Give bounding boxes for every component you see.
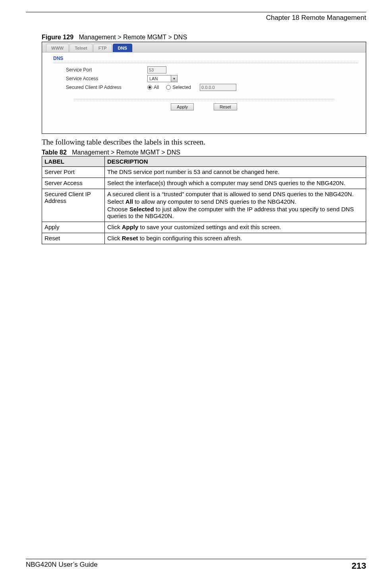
tab-dns[interactable]: DNS — [113, 44, 132, 52]
form-area: Service Port Service Access LAN ▼ Secure… — [42, 63, 366, 92]
reset-button[interactable]: Reset — [214, 103, 237, 110]
table-row: Secured Client IP AddressA secured clien… — [42, 189, 366, 222]
table-row: ResetClick Reset to begin configuring th… — [42, 233, 366, 244]
row-service-port: Service Port — [66, 66, 366, 74]
dotted-separator — [74, 99, 334, 99]
label-service-access: Service Access — [66, 76, 147, 81]
table-cell-label: Server Port — [42, 167, 105, 178]
table-cell-label: Apply — [42, 222, 105, 233]
table-row: ApplyClick Apply to save your customized… — [42, 222, 366, 233]
table-cell-label: Server Access — [42, 178, 105, 189]
table-caption: Table 82 Management > Remote MGMT > DNS — [42, 149, 366, 156]
radio-selected-label: Selected — [172, 85, 191, 90]
radio-all[interactable] — [147, 85, 152, 90]
service-access-select[interactable]: LAN ▼ — [147, 75, 178, 82]
screenshot-figure: WWW Telnet FTP DNS DNS Service Port Serv… — [42, 42, 366, 134]
button-row: Apply Reset — [42, 103, 366, 110]
table-header-description: DESCRIPTION — [105, 156, 366, 167]
table-row: Server PortThe DNS service port number i… — [42, 167, 366, 178]
tab-www[interactable]: WWW — [46, 44, 69, 52]
description-paragraph: The DNS service port number is 53 and ca… — [107, 168, 363, 175]
footer-guide: NBG420N User’s Guide — [26, 561, 98, 571]
secured-ip-input[interactable] — [200, 84, 236, 91]
table-row: Server AccessSelect the interface(s) thr… — [42, 178, 366, 189]
table-cell-description: Click Apply to save your customized sett… — [105, 222, 366, 233]
table-cell-label: Reset — [42, 233, 105, 244]
panel-title: DNS — [42, 52, 366, 63]
service-access-value: LAN — [148, 76, 171, 81]
description-paragraph: A secured client is a “trusted” computer… — [107, 191, 363, 197]
description-paragraph: Select All to allow any computer to send… — [107, 198, 363, 205]
tab-bar: WWW Telnet FTP DNS — [42, 42, 366, 52]
tab-telnet[interactable]: Telnet — [70, 44, 93, 52]
description-paragraph: Choose Selected to just allow the comput… — [107, 206, 363, 219]
radio-selected[interactable] — [166, 85, 171, 90]
description-paragraph: Click Apply to save your customized sett… — [107, 224, 363, 230]
table-cell-description: A secured client is a “trusted” computer… — [105, 189, 366, 222]
table-label: Table 82 — [42, 149, 67, 156]
service-port-input[interactable] — [147, 66, 166, 73]
table-cell-description: Select the interface(s) through which a … — [105, 178, 366, 189]
figure-label: Figure 129 — [42, 34, 73, 41]
row-secured-ip: Secured Client IP Address All Selected — [66, 83, 366, 92]
header-rule — [26, 12, 366, 12]
table-cell-description: The DNS service port number is 53 and ca… — [105, 167, 366, 178]
apply-button[interactable]: Apply — [171, 103, 194, 110]
description-paragraph: Click Reset to begin configuring this sc… — [107, 235, 363, 241]
chapter-title: Chapter 18 Remote Management — [26, 14, 366, 22]
body-text: The following table describes the labels… — [42, 138, 366, 147]
tab-ftp[interactable]: FTP — [93, 44, 112, 52]
label-service-port: Service Port — [66, 67, 147, 73]
page-number: 213 — [351, 561, 366, 571]
figure-caption: Figure 129 Management > Remote MGMT > DN… — [42, 34, 366, 41]
footer-rule — [26, 559, 366, 559]
table-header-label: LABEL — [42, 156, 105, 167]
table-cell-description: Click Reset to begin configuring this sc… — [105, 233, 366, 244]
description-paragraph: Select the interface(s) through which a … — [107, 180, 363, 186]
chevron-down-icon: ▼ — [171, 75, 177, 82]
description-table: LABEL DESCRIPTION Server PortThe DNS ser… — [42, 156, 366, 244]
radio-all-label: All — [154, 85, 159, 90]
row-service-access: Service Access LAN ▼ — [66, 74, 366, 83]
footer: NBG420N User’s Guide 213 — [26, 559, 366, 571]
table-cell-label: Secured Client IP Address — [42, 189, 105, 222]
table-title: Management > Remote MGMT > DNS — [72, 149, 180, 156]
figure-title: Management > Remote MGMT > DNS — [79, 34, 187, 41]
label-secured-ip: Secured Client IP Address — [66, 85, 147, 90]
